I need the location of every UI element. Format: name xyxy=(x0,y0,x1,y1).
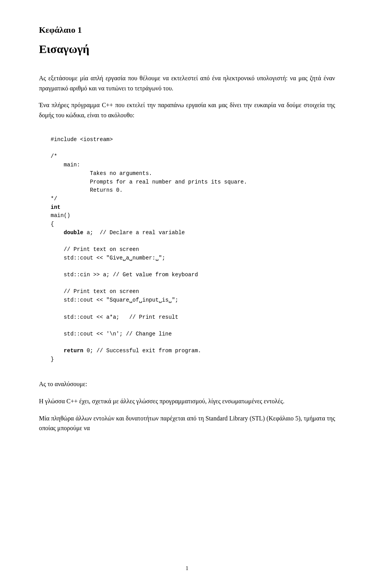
code-cout1: std::cout << "Give␣a␣number:␣"; xyxy=(51,255,165,261)
page: Κεφάλαιο 1 Εισαγωγή Ας εξετάσουμε μία απ… xyxy=(0,0,374,588)
code-block: #include <iostream> /* main: Takes no ar… xyxy=(51,127,335,372)
intro2-paragraph: Ένα πλήρες πρόγραμμα C++ που εκτελεί την… xyxy=(39,100,335,120)
analysis-heading: Ας το αναλύσουμε: xyxy=(39,379,335,389)
analysis2-paragraph: Μία πληθώρα άλλων εντολών και δυνατοτήτω… xyxy=(39,413,335,433)
code-comment-args: Takes no arguments. xyxy=(51,170,152,177)
code-comment-print2: // Print text on screen xyxy=(51,288,139,295)
code-kw-return: return xyxy=(64,348,83,354)
chapter-title: Εισαγωγή xyxy=(39,40,335,58)
code-kw-int: int xyxy=(51,204,60,210)
code-cout3: std::cout << a*a; // Print result xyxy=(51,314,178,320)
code-brace-close: } xyxy=(51,356,54,362)
code-blank xyxy=(51,145,54,151)
chapter-label: Κεφάλαιο 1 xyxy=(39,23,335,36)
code-comment-returns: Returns 0. xyxy=(51,187,123,193)
code-kw-double: double xyxy=(64,230,83,236)
code-cout2: std::cout << "Square␣of␣input␣is␣"; xyxy=(51,297,178,303)
page-number: 1 xyxy=(186,564,189,572)
code-comment-close: */ xyxy=(51,196,57,202)
code-cout4: std::cout << '\n'; // Change line xyxy=(51,331,172,337)
code-return-line: return 0; // Successful exit from progra… xyxy=(51,348,201,354)
code-include: #include <iostream> xyxy=(51,136,113,143)
analysis1-paragraph: Η γλώσσα C++ έχει, σχετικά με άλλες γλώσ… xyxy=(39,396,335,406)
code-declare-line: double a; // Declare a real variable xyxy=(51,230,185,236)
analysis-heading-text: Ας το αναλύσουμε: xyxy=(39,381,87,387)
code-comment-print1: // Print text on screen xyxy=(51,246,139,253)
code-comment-main: main: xyxy=(51,162,80,168)
code-cin: std::cin >> a; // Get value from keyboar… xyxy=(51,272,198,278)
code-brace-open: { xyxy=(51,221,54,227)
code-comment-open: /* xyxy=(51,153,57,159)
intro-paragraph: Ας εξετάσουμε μία απλή εργασία που θέλου… xyxy=(39,73,335,93)
code-comment-prompts: Prompts for a real number and prints its… xyxy=(51,179,247,185)
code-main-sig: main() xyxy=(51,212,70,219)
